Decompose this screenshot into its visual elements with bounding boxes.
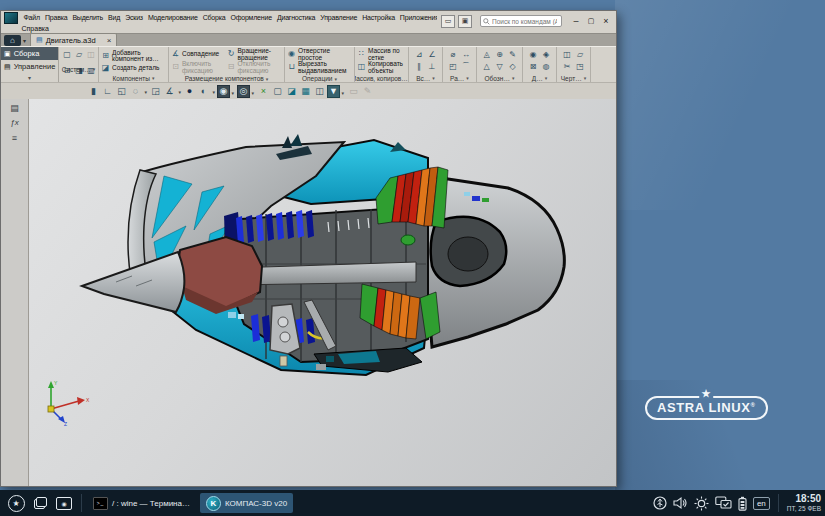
profile-button[interactable]: ▣	[458, 15, 472, 28]
group-label-placement[interactable]: Размещение компонентов▾	[169, 75, 284, 82]
task-terminal[interactable]: >_ / : wine — Термина…	[87, 493, 196, 513]
tab-dvigatel[interactable]: ▤ Двигатель.a3d ×	[30, 33, 117, 46]
chevron-down-icon[interactable]: ▾	[23, 37, 26, 44]
menu-item-help[interactable]: Справка	[19, 25, 51, 32]
battery-icon[interactable]	[738, 496, 747, 511]
group-label-components[interactable]: Компоненты▾	[99, 74, 168, 82]
command-search[interactable]	[480, 15, 562, 27]
group-label-d[interactable]: Д…▾	[523, 74, 556, 82]
model-tree-icon[interactable]: ▤	[9, 102, 20, 113]
explode-icon[interactable]: ×	[257, 85, 270, 98]
notation-tool-icon[interactable]: ✎	[507, 49, 518, 60]
aux-tool-icon[interactable]: ⊥	[427, 61, 438, 72]
section-view-icon[interactable]: ◉	[217, 85, 230, 98]
menu-item[interactable]: Управление	[318, 14, 360, 21]
dimension-tool-icon[interactable]: ⌒	[461, 61, 472, 72]
menu-item[interactable]: Файл	[21, 14, 42, 21]
new-document-icon[interactable]: ▢	[62, 49, 73, 60]
fit-view-icon[interactable]: ◲	[149, 85, 162, 98]
diagnostics-tool-icon[interactable]: ◈	[541, 49, 552, 60]
tab-assembly[interactable]: ▣ Сборка	[1, 47, 58, 60]
diagnostics-tool-icon[interactable]: ◉	[528, 49, 539, 60]
open-document-icon[interactable]: ▱	[74, 49, 85, 60]
maximize-button[interactable]: ▢	[585, 16, 597, 26]
menu-item[interactable]: Вид	[106, 14, 123, 21]
draft-tool-icon[interactable]: ◳	[575, 61, 586, 72]
placement-mode-icon[interactable]: ∟	[101, 85, 114, 98]
layers-icon[interactable]: ◫	[313, 85, 326, 98]
edit-icon[interactable]: ✎	[361, 85, 374, 98]
add-component-button[interactable]: ⊞Добавить компонент из…	[101, 50, 166, 63]
filter-icon[interactable]: ▼	[327, 85, 340, 98]
placement-grid-icon[interactable]: ◱	[115, 85, 128, 98]
group-label-operations[interactable]: Операции▾	[285, 75, 354, 82]
notation-tool-icon[interactable]: △	[481, 61, 492, 72]
save-icon[interactable]: ◫	[86, 49, 97, 60]
notation-tool-icon[interactable]: ▽	[494, 61, 505, 72]
select-box-icon[interactable]: ▭	[347, 85, 360, 98]
astra-menu-button[interactable]: ★	[6, 493, 26, 513]
group-label-array[interactable]: Массив, копиров…▾	[355, 75, 408, 82]
menu-item[interactable]: Диагностика	[274, 14, 317, 21]
menu-item[interactable]: Правка	[42, 14, 69, 21]
panel-menu-icon[interactable]: ≡	[9, 132, 20, 143]
shaded-view-icon[interactable]: ●	[183, 85, 196, 98]
menu-item[interactable]: Приложения	[397, 14, 441, 21]
copy-objects-button[interactable]: ◫Копировать объекты	[357, 61, 406, 74]
task-kompas[interactable]: K КОМПАС-3D v20	[200, 493, 293, 513]
aux-tool-icon[interactable]: ∠	[427, 49, 438, 60]
variables-icon[interactable]: ƒx	[9, 117, 20, 128]
group-label-draft[interactable]: Черт…▾	[557, 74, 590, 82]
section-plane-icon[interactable]: ◪	[285, 85, 298, 98]
home-button[interactable]: ⌂	[4, 35, 21, 46]
draft-tool-icon[interactable]: ▱	[575, 49, 586, 60]
notation-tool-icon[interactable]: ◇	[507, 61, 518, 72]
clock[interactable]: 18:50 ПТ, 25 ФЕВ	[778, 494, 821, 513]
draft-tool-icon[interactable]: ✂	[562, 61, 573, 72]
menu-item[interactable]: Настройка	[360, 14, 398, 21]
window-list-button[interactable]	[30, 493, 50, 513]
menu-item[interactable]: Оформление	[228, 14, 274, 21]
diagnostics-tool-icon[interactable]: ⊠	[528, 61, 539, 72]
close-button[interactable]: ×	[600, 16, 612, 26]
mate-coincident-button[interactable]: ∡Совпадение	[171, 51, 227, 58]
side-tabs-expander[interactable]: ▾	[1, 73, 58, 82]
orientation-icon[interactable]: ∡	[163, 85, 176, 98]
group-label-notation[interactable]: Обозн…▾	[477, 74, 522, 82]
model-canvas[interactable]: X Y Z	[29, 99, 616, 486]
language-indicator[interactable]: en	[753, 497, 770, 510]
group-label-dims[interactable]: Ра…▾	[443, 74, 476, 82]
zoom-icon[interactable]: ◌	[129, 85, 142, 98]
dimension-tool-icon[interactable]: ↔	[461, 49, 472, 60]
display-mode-icon[interactable]: ◐	[197, 85, 210, 98]
aux-tool-icon[interactable]: ⊿	[414, 49, 425, 60]
interface-layout-button[interactable]: ▭	[441, 15, 455, 28]
notation-tool-icon[interactable]: ⊕	[494, 49, 505, 60]
show-desktop-button[interactable]: ◉	[54, 493, 74, 513]
displays-check-icon[interactable]	[715, 496, 732, 510]
brightness-icon[interactable]	[694, 496, 709, 511]
menu-item[interactable]: Сборка	[200, 14, 228, 21]
dimension-tool-icon[interactable]: ◰	[448, 61, 459, 72]
menu-item[interactable]: Выделить	[70, 14, 106, 21]
menu-item[interactable]: Моделирование	[145, 14, 200, 21]
notation-tool-icon[interactable]: ◬	[481, 49, 492, 60]
search-input[interactable]	[490, 17, 559, 26]
diagnostics-tool-icon[interactable]: ◍	[541, 61, 552, 72]
group-label-system[interactable]: Систем…▾	[59, 65, 98, 73]
cut-extrude-button[interactable]: ⊔Вырезать выдавливанием	[287, 61, 352, 74]
usb-icon[interactable]	[653, 496, 667, 510]
minimize-button[interactable]: –	[570, 16, 582, 26]
panel-edge-icon[interactable]: ▮	[87, 85, 100, 98]
group-label-aux[interactable]: Вс…▾	[409, 74, 442, 82]
aux-tool-icon[interactable]: ∥	[414, 61, 425, 72]
jet-engine-model[interactable]	[76, 134, 573, 386]
dimension-tool-icon[interactable]: ⌀	[448, 49, 459, 60]
menu-item[interactable]: Эскиз	[123, 14, 146, 21]
tab-management[interactable]: ▤ Управление	[1, 60, 58, 73]
mesh-view-icon[interactable]: ▦	[299, 85, 312, 98]
create-part-button[interactable]: ◪Создать деталь	[101, 65, 166, 72]
tab-close-icon[interactable]: ×	[107, 36, 112, 45]
volume-icon[interactable]	[673, 496, 688, 510]
clip-view-icon[interactable]: ◎	[237, 85, 250, 98]
